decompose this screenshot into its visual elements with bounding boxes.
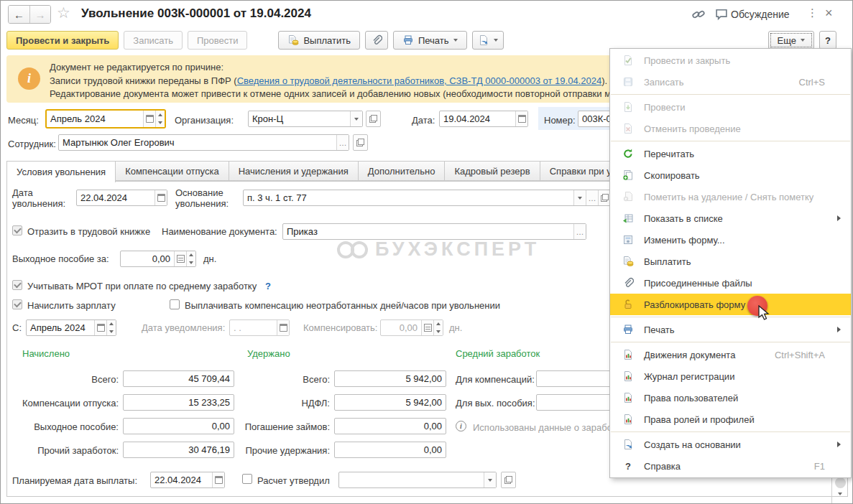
notice-date-field[interactable]: . . [229,319,290,336]
approver-field[interactable] [338,472,497,488]
close-icon[interactable]: × [825,6,833,21]
severance-pay-field[interactable]: 0,00 [123,418,234,434]
accrued-total-field[interactable]: 45 709,44 [123,370,234,387]
discussion-link[interactable]: Обсуждение [731,9,790,20]
approver-open-button[interactable] [501,472,516,488]
other-deductions-field[interactable]: 0,00 [334,442,446,458]
forward-button[interactable]: → [29,6,50,23]
date-label: Дата: [412,115,435,126]
menu-item-help[interactable]: ? Справка F1 [610,455,851,477]
approver-dropdown-icon[interactable] [484,472,496,487]
mrot-help-link[interactable]: ? [265,281,271,291]
menu-item-document-movements[interactable]: Движения документа Ctrl+Shift+A [610,344,851,365]
tab-vacation-compensation[interactable]: Компенсации отпуска [115,161,229,181]
date-calendar-icon[interactable] [515,111,527,126]
mrot-checkbox[interactable] [12,280,22,290]
reason-dropdown-icon[interactable] [573,190,586,205]
print-button[interactable]: Печать [393,31,467,50]
date-field[interactable]: 19.04.2024 [439,111,528,127]
paperclip-icon [622,277,635,289]
more-button[interactable]: Еще [768,31,814,50]
tab-accruals-deductions[interactable]: Начисления и удержания [229,161,359,181]
menu-item-role-profile-rights[interactable]: Права ролей и профилей [610,409,851,430]
workbook-checkbox[interactable] [12,225,22,235]
create-based-on-button[interactable] [472,31,504,50]
organization-open-button[interactable] [366,111,381,127]
scrollbar-thumb[interactable] [835,477,846,488]
menu-item-show-in-list[interactable]: Показать в списке [610,207,851,229]
tab-dismissal-terms[interactable]: Условия увольнения [6,161,116,182]
menu-item-post-and-close[interactable]: Провести и закрыть [610,50,851,71]
from-stepper[interactable] [106,320,116,335]
reason-open-button[interactable] [598,190,610,205]
approver-checkbox[interactable] [242,474,252,484]
menu-item-post[interactable]: Провести [610,96,851,118]
create-dropdown-arrow-icon [494,39,498,42]
compensate-calc-icon[interactable] [421,320,433,335]
menu-item-pay[interactable]: Выплатить [610,251,851,272]
szvtd-link[interactable]: Сведения о трудовой деятельности работни… [237,75,601,86]
month-calendar-icon[interactable] [143,111,155,127]
notice-date-calendar-icon[interactable] [277,320,289,335]
back-button[interactable]: ← [9,6,29,23]
dismissal-reason-field[interactable]: п. 3 ч. 1 ст. 77 … [243,190,611,206]
menu-item-undo-posting[interactable]: Отменить проведение [610,118,851,139]
help-button[interactable]: ? [819,31,836,50]
planned-date-calendar-icon[interactable] [212,472,224,487]
dismissal-date-calendar-icon[interactable] [155,190,167,205]
severance-stepper[interactable] [186,251,195,266]
employee-ellipsis-button[interactable]: … [336,135,349,150]
scroll-down-icon[interactable] [838,493,842,495]
from-calendar-icon[interactable] [94,320,106,335]
compensate-field[interactable]: 0,00 [380,319,443,336]
menu-item-user-rights[interactable]: Права пользователей [610,387,851,409]
pay-button[interactable]: Выплатить [278,31,360,50]
menu-item-save[interactable]: Записать Ctrl+S [610,71,851,93]
severance-field[interactable]: 0,00 [120,251,196,267]
chat-icon[interactable] [714,7,729,22]
menu-item-attached-files[interactable]: Присоединенные файлы [610,272,851,294]
organization-field[interactable]: Крон-Ц [248,111,363,127]
menu-item-registration-log[interactable]: Журнал регистрации [610,365,851,387]
attachments-button[interactable] [365,31,388,50]
more-options-icon[interactable]: ⋮ [807,6,818,19]
vertical-scrollbar[interactable] [831,477,848,504]
favorite-star-icon[interactable]: ☆ [57,4,70,22]
from-month-field[interactable]: Апрель 2024 [26,319,116,336]
menu-item-mark-deletion[interactable]: Пометить на удаление / Снять пометку [610,186,851,207]
organization-dropdown-icon[interactable] [350,111,362,126]
month-field[interactable]: Апрель 2024 [45,109,166,129]
ndfl-field[interactable]: 5 942,00 [334,394,446,411]
tab-additional[interactable]: Дополнительно [358,161,446,181]
post-and-close-button[interactable]: Провести и закрыть [6,31,119,50]
vacation-compensation-field[interactable]: 15 233,25 [123,394,234,411]
planned-payment-date-field[interactable]: 22.04.2024 [150,472,225,488]
doc-name-ellipsis-button[interactable]: … [573,224,586,239]
tab-personnel-reserve[interactable]: Кадровый резерв [444,161,540,181]
menu-item-reread[interactable]: Перечитать [610,143,851,164]
menu-item-create-based-on[interactable]: Создать на основании [610,434,851,455]
doc-name-field[interactable]: Приказ … [282,223,586,240]
employee-open-button[interactable] [353,134,368,151]
loan-repayment-field[interactable]: 0,00 [334,418,446,434]
accrue-salary-checkbox[interactable] [12,299,22,309]
compensate-stepper[interactable] [433,320,443,335]
month-stepper[interactable] [155,111,165,127]
pay-icon [622,256,635,267]
save-button[interactable]: Записать [124,31,183,50]
menu-item-unlock-form[interactable]: Разблокировать форму [610,294,851,315]
menu-item-change-form[interactable]: Изменить форму... [610,229,851,251]
earnings-info-icon[interactable]: i [456,421,466,431]
menu-item-print[interactable]: Печать [610,319,851,340]
reason-ellipsis-button[interactable]: … [586,190,598,205]
pay-compensation-checkbox[interactable] [170,299,180,309]
other-earnings-field[interactable]: 30 476,19 [123,442,234,458]
menu-item-copy[interactable]: Скопировать [610,164,851,186]
other-earnings-label: Прочий заработок: [12,445,119,456]
dismissal-date-field[interactable]: 22.04.2024 [76,190,167,206]
link-icon[interactable] [691,7,706,22]
employee-field[interactable]: Мартынюк Олег Егорович … [58,134,349,151]
withheld-total-field[interactable]: 5 942,00 [334,370,446,387]
severance-calc-icon[interactable] [174,251,186,266]
post-button[interactable]: Провести [188,31,248,50]
